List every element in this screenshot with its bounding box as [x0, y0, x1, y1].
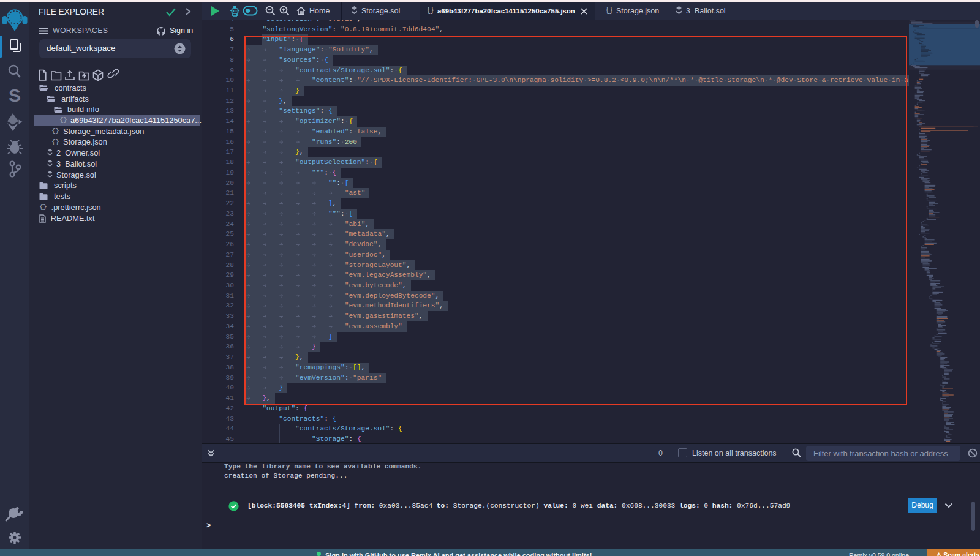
svg-text:S: S: [9, 86, 21, 105]
